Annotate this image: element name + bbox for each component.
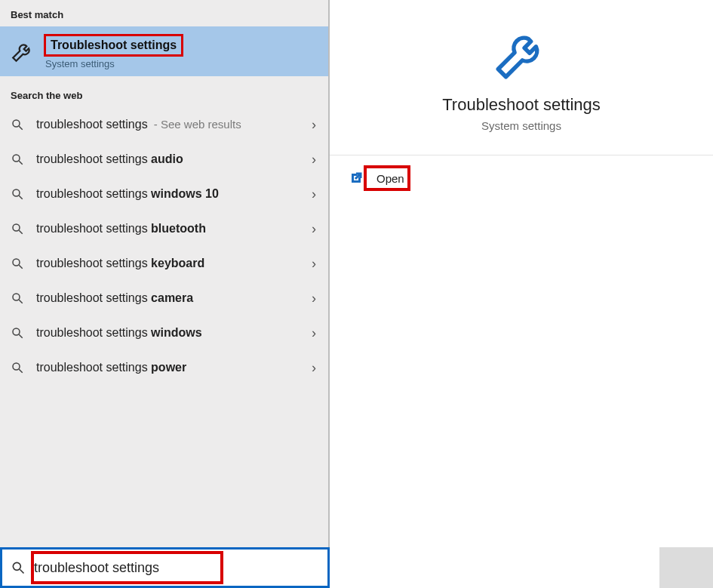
best-match-subtitle: System settings [44, 58, 183, 69]
chevron-right-icon: › [312, 291, 316, 306]
best-match-title: Troubleshoot settings [44, 34, 183, 57]
svg-line-9 [19, 265, 23, 269]
svg-point-12 [13, 328, 20, 335]
search-icon [11, 257, 29, 270]
svg-point-0 [13, 120, 20, 127]
search-icon [11, 326, 29, 340]
divider [330, 155, 713, 155]
svg-point-14 [13, 363, 20, 370]
web-result-item[interactable]: troubleshoot settings windows 10 › [0, 177, 328, 211]
web-results-list: troubleshoot settings - See web results … [0, 107, 328, 385]
chevron-right-icon: › [312, 186, 316, 202]
chevron-right-icon: › [312, 117, 316, 133]
search-icon [11, 222, 29, 236]
taskbar: W [659, 547, 713, 588]
svg-point-16 [13, 562, 20, 570]
open-action[interactable]: Open [330, 160, 713, 196]
chevron-right-icon: › [312, 256, 316, 272]
preview-panel: Troubleshoot settings System settings Op… [330, 0, 713, 588]
svg-point-10 [13, 294, 20, 300]
wrench-icon [9, 38, 36, 65]
svg-line-11 [19, 300, 23, 303]
search-results-panel: Best match Troubleshoot settings System … [0, 0, 330, 588]
svg-line-17 [20, 570, 24, 574]
web-result-item[interactable]: troubleshoot settings camera › [0, 281, 328, 316]
web-result-label: troubleshoot settings - See web results [36, 118, 241, 131]
search-icon [2, 560, 34, 575]
web-result-item[interactable]: troubleshoot settings bluetooth › [0, 211, 328, 246]
svg-point-8 [13, 259, 20, 266]
best-match-item[interactable]: Troubleshoot settings System settings [0, 26, 328, 76]
search-bar[interactable] [0, 547, 330, 588]
search-web-header: Search the web [0, 76, 328, 107]
chevron-right-icon: › [312, 152, 316, 168]
search-icon [11, 291, 29, 305]
svg-point-6 [13, 224, 20, 231]
wrench-large-icon [330, 0, 713, 85]
svg-line-7 [19, 230, 23, 234]
web-result-label: troubleshoot settings camera [36, 291, 193, 305]
web-result-item[interactable]: troubleshoot settings windows › [0, 316, 328, 350]
preview-title: Troubleshoot settings [330, 95, 713, 115]
search-icon [11, 152, 29, 166]
search-icon [11, 187, 29, 201]
web-result-item[interactable]: troubleshoot settings keyboard › [0, 246, 328, 281]
svg-line-3 [19, 161, 23, 165]
svg-line-13 [19, 334, 23, 338]
web-result-label: troubleshoot settings windows 10 [36, 187, 219, 201]
web-result-label: troubleshoot settings bluetooth [36, 222, 206, 236]
svg-point-4 [13, 189, 20, 196]
search-input[interactable] [34, 560, 327, 576]
chevron-right-icon: › [312, 325, 316, 341]
best-match-header: Best match [0, 0, 328, 26]
web-result-label: troubleshoot settings audio [36, 152, 183, 166]
web-result-label: troubleshoot settings power [36, 361, 186, 374]
open-label: Open [376, 172, 404, 185]
web-result-label: troubleshoot settings windows [36, 326, 202, 340]
chevron-right-icon: › [312, 360, 316, 376]
chevron-right-icon: › [312, 221, 316, 237]
svg-line-5 [19, 195, 23, 199]
preview-subtitle: System settings [330, 119, 713, 132]
open-external-icon [349, 171, 369, 185]
svg-line-15 [19, 369, 23, 373]
search-icon [11, 118, 29, 131]
search-icon [11, 361, 29, 374]
web-result-label: troubleshoot settings keyboard [36, 257, 204, 270]
web-result-item[interactable]: troubleshoot settings audio › [0, 142, 328, 177]
web-result-item[interactable]: troubleshoot settings - See web results … [0, 107, 328, 142]
svg-point-2 [13, 155, 20, 162]
web-result-item[interactable]: troubleshoot settings power › [0, 350, 328, 385]
svg-line-1 [19, 126, 23, 130]
